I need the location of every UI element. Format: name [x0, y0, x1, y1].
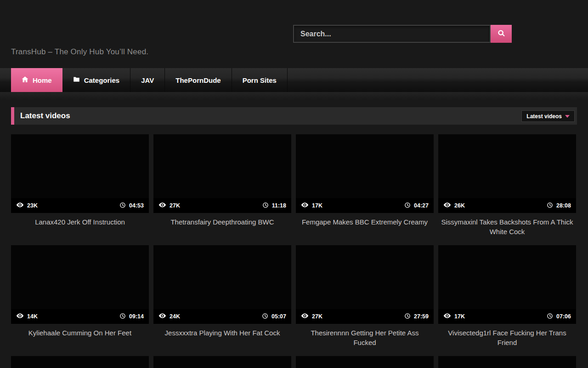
duration: 28:08: [556, 202, 571, 209]
video-card[interactable]: [296, 356, 434, 368]
duration-group: 05:07: [262, 313, 286, 321]
views-group: 26K: [443, 201, 465, 210]
nav-item-categories[interactable]: Categories: [62, 68, 131, 92]
section-title: Latest videos: [14, 111, 70, 121]
nav-item-porn-sites[interactable]: Porn Sites: [232, 68, 288, 92]
video-card[interactable]: 27K 11:18 Thetransfairy Deepthroating BW…: [153, 134, 291, 245]
video-thumbnail[interactable]: 23K 04:53: [11, 134, 149, 213]
video-card[interactable]: 17K 07:06 Vivisectedg1rl Face Fucking He…: [438, 245, 576, 356]
nav-item-label: Categories: [84, 76, 120, 84]
nav-item-theporndude[interactable]: ThePornDude: [165, 68, 232, 92]
video-thumbnail[interactable]: 26K 28:08: [438, 134, 576, 213]
duration-group: 27:59: [404, 313, 429, 321]
sort-dropdown[interactable]: Latest videos: [521, 110, 575, 122]
view-count: 26K: [454, 202, 465, 209]
eye-icon: [16, 312, 24, 321]
video-card[interactable]: 27K 27:59 Thesirennnn Getting Her Petite…: [296, 245, 434, 356]
video-title[interactable]: Vivisectedg1rl Face Fucking Her Trans Fr…: [438, 324, 576, 356]
video-thumbnail[interactable]: 14K 09:14: [11, 245, 149, 324]
video-title[interactable]: Thetransfairy Deepthroating BWC: [153, 213, 291, 245]
view-count: 27K: [312, 313, 322, 320]
video-title[interactable]: Thesirennnn Getting Her Petite Ass Fucke…: [296, 324, 434, 356]
clock-icon: [547, 313, 553, 321]
video-card[interactable]: 23K 04:53 Lanax420 Jerk Off Instruction: [11, 134, 149, 245]
clock-icon: [119, 202, 126, 210]
nav-item-label: ThePornDude: [175, 76, 220, 84]
video-card[interactable]: 24K 05:07 Jessxxxtra Playing With Her Fa…: [153, 245, 291, 356]
video-card[interactable]: 14K 09:14 Kyliehaale Cumming On Her Feet: [11, 245, 149, 356]
duration: 07:06: [556, 313, 571, 320]
video-thumbnail[interactable]: [438, 356, 576, 368]
eye-icon: [158, 201, 166, 210]
eye-icon: [16, 201, 24, 210]
view-count: 24K: [170, 313, 180, 320]
video-thumbnail[interactable]: 24K 05:07: [153, 245, 291, 324]
search-button[interactable]: [491, 25, 512, 43]
video-card[interactable]: 26K 28:08 Sissymaxinl Takes Backshots Fr…: [438, 134, 576, 245]
view-count: 17K: [454, 313, 465, 320]
video-card[interactable]: [153, 356, 291, 368]
video-meta: 14K 09:14: [11, 309, 149, 324]
duration: 11:18: [272, 202, 286, 209]
clock-icon: [404, 202, 411, 210]
duration-group: 04:27: [404, 202, 429, 210]
video-title[interactable]: Sissymaxinl Takes Backshots From A Thick…: [438, 213, 576, 245]
nav-item-label: Home: [33, 76, 52, 84]
search-input[interactable]: [293, 25, 491, 43]
nav-item-label: JAV: [141, 76, 154, 84]
nav-item-home[interactable]: Home: [11, 68, 62, 92]
video-meta: 27K 27:59: [296, 309, 434, 324]
duration: 27:59: [414, 313, 429, 320]
caret-down-icon: [565, 115, 570, 118]
duration-group: 04:53: [119, 202, 144, 210]
video-meta: 24K 05:07: [153, 309, 291, 324]
search-form: [293, 25, 512, 43]
video-thumbnail[interactable]: 17K 07:06: [438, 245, 576, 324]
nav-item-label: Porn Sites: [243, 76, 277, 84]
clock-icon: [404, 313, 411, 321]
site-tagline: TransHub – The Only Hub You’ll Need.: [11, 47, 148, 57]
clock-icon: [262, 313, 268, 321]
views-group: 17K: [443, 312, 465, 321]
eye-icon: [301, 201, 309, 210]
duration-group: 28:08: [547, 202, 571, 210]
view-count: 17K: [312, 202, 322, 209]
video-thumbnail[interactable]: 27K 27:59: [296, 245, 434, 324]
video-grid: 23K 04:53 Lanax420 Jerk Off Instruction: [11, 134, 576, 368]
video-thumbnail[interactable]: [296, 356, 434, 368]
view-count: 14K: [27, 313, 38, 320]
duration: 04:53: [129, 202, 144, 209]
video-meta: 23K 04:53: [11, 198, 149, 213]
video-meta: 17K 07:06: [438, 309, 576, 324]
search-icon: [498, 29, 505, 39]
clock-icon: [262, 202, 269, 210]
video-card[interactable]: 17K 04:27 Femgape Makes BBC Extremely Cr…: [296, 134, 434, 245]
video-thumbnail[interactable]: [11, 356, 149, 368]
duration: 05:07: [271, 313, 286, 320]
sort-dropdown-label: Latest videos: [526, 113, 562, 120]
video-thumbnail[interactable]: [153, 356, 291, 368]
video-title[interactable]: Femgape Makes BBC Extremely Creamy: [296, 213, 434, 245]
video-card[interactable]: [438, 356, 576, 368]
section-header: Latest videos Latest videos: [11, 107, 577, 125]
clock-icon: [119, 313, 126, 321]
folder-icon: [73, 76, 80, 84]
video-title[interactable]: Lanax420 Jerk Off Instruction: [11, 213, 149, 245]
video-meta: 27K 11:18: [153, 198, 291, 213]
view-count: 23K: [27, 202, 38, 209]
views-group: 14K: [16, 312, 38, 321]
video-title[interactable]: Jessxxxtra Playing With Her Fat Cock: [153, 324, 291, 356]
views-group: 27K: [301, 312, 322, 321]
video-card[interactable]: [11, 356, 149, 368]
video-thumbnail[interactable]: 27K 11:18: [153, 134, 291, 213]
duration: 09:14: [129, 313, 144, 320]
video-meta: 26K 28:08: [438, 198, 576, 213]
duration-group: 07:06: [547, 313, 571, 321]
nav-item-jav[interactable]: JAV: [130, 68, 165, 92]
video-thumbnail[interactable]: 17K 04:27: [296, 134, 434, 213]
eye-icon: [443, 201, 451, 210]
video-title[interactable]: Kyliehaale Cumming On Her Feet: [11, 324, 149, 356]
duration-group: 11:18: [262, 202, 286, 210]
main-nav: Home Categories JAV ThePornDude Porn Sit…: [0, 68, 588, 92]
view-count: 27K: [170, 202, 180, 209]
